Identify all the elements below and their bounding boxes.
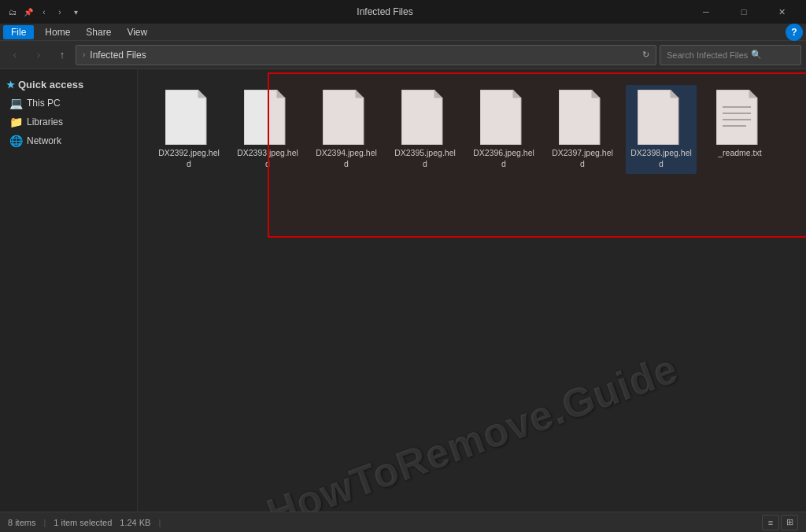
quick-access-header: ★ Quick access <box>0 74 137 94</box>
sidebar-label-network: Network <box>27 135 61 146</box>
file-item[interactable]: DX2397.jpeg.held <box>547 85 618 174</box>
view-toggle: ≡ ⊞ <box>762 515 798 530</box>
svg-marker-15 <box>749 90 757 98</box>
help-button[interactable]: ? <box>786 24 803 41</box>
tiles-view-button[interactable]: ⊞ <box>781 515 798 530</box>
file-name: DX2398.jpeg.held <box>629 148 693 169</box>
status-bar: 8 items | 1 item selected 1.24 KB | ≡ ⊞ <box>0 512 806 532</box>
svg-marker-8 <box>480 90 521 145</box>
file-item[interactable]: DX2394.jpeg.held <box>311 85 382 174</box>
file-name: DX2392.jpeg.held <box>157 148 221 169</box>
file-item[interactable]: DX2396.jpeg.held <box>468 85 539 174</box>
pc-icon: 💻 <box>9 97 22 109</box>
svg-marker-3 <box>277 90 285 98</box>
svg-marker-11 <box>592 90 600 98</box>
status-separator-2: | <box>158 518 161 527</box>
svg-marker-0 <box>165 90 206 145</box>
file-icon <box>559 90 606 145</box>
window-title: Infected Files <box>87 6 683 17</box>
file-icon <box>165 90 213 145</box>
svg-marker-4 <box>323 90 364 145</box>
svg-marker-1 <box>198 90 206 98</box>
app-icon: 🗂 <box>6 6 19 18</box>
title-bar-icons: 🗂 📌 ‹ › ▾ <box>6 6 82 18</box>
details-view-button[interactable]: ≡ <box>762 515 779 530</box>
file-icon <box>401 90 449 145</box>
item-count: 8 items <box>8 518 35 527</box>
file-item[interactable]: DX2395.jpeg.held <box>390 85 460 174</box>
file-size: 1.24 KB <box>120 518 150 527</box>
file-icon <box>716 90 763 145</box>
search-icon: 🔍 <box>751 50 762 60</box>
nav-bar: ‹ › ↑ › Infected Files ↻ Search Infected… <box>0 41 806 69</box>
libraries-icon: 📁 <box>9 116 22 128</box>
network-icon: 🌐 <box>9 135 22 147</box>
file-name: DX2395.jpeg.held <box>393 148 457 169</box>
back-button[interactable]: ‹ <box>5 45 25 65</box>
menu-view[interactable]: View <box>119 25 155 39</box>
file-item[interactable]: DX2398.jpeg.held <box>626 85 697 174</box>
file-item[interactable]: DX2393.jpeg.held <box>232 85 303 174</box>
file-item[interactable]: DX2392.jpeg.held <box>153 85 224 174</box>
file-icon <box>638 90 685 145</box>
menu-share[interactable]: Share <box>78 25 119 39</box>
status-separator-1: | <box>43 518 46 527</box>
search-bar[interactable]: Search Infected Files 🔍 <box>660 45 801 65</box>
file-name: DX2397.jpeg.held <box>550 148 615 169</box>
main-layout: ★ Quick access 💻 This PC 📁 Libraries 🌐 N… <box>0 69 806 512</box>
title-bar: 🗂 📌 ‹ › ▾ Infected Files ─ □ ✕ <box>0 0 806 24</box>
file-icon <box>480 90 527 145</box>
sidebar-label-libraries: Libraries <box>27 116 63 127</box>
file-name: DX2396.jpeg.held <box>471 148 536 169</box>
refresh-icon[interactable]: ↻ <box>642 50 649 60</box>
file-icon <box>244 90 291 145</box>
menu-bar: File Home Share View ? <box>0 24 806 41</box>
svg-marker-5 <box>356 90 364 98</box>
menu-file[interactable]: File <box>3 25 34 39</box>
sidebar-item-network[interactable]: 🌐 Network <box>0 131 137 150</box>
maximize-button[interactable]: □ <box>726 0 762 24</box>
svg-marker-9 <box>513 90 521 98</box>
svg-marker-6 <box>401 90 442 145</box>
file-item[interactable]: _readme.txt <box>704 85 775 174</box>
star-icon: ★ <box>6 79 15 91</box>
svg-marker-13 <box>671 90 678 98</box>
file-grid: DX2392.jpeg.held DX2393.jpeg.held DX2394… <box>146 77 798 182</box>
tb-back-icon: ‹ <box>38 6 50 18</box>
file-name: DX2394.jpeg.held <box>314 148 379 169</box>
watermark: HowToRemove.Guide <box>261 345 684 512</box>
close-button[interactable]: ✕ <box>763 0 800 24</box>
address-path: Infected Files <box>90 50 638 61</box>
tb-down-icon: ▾ <box>69 6 82 18</box>
address-chevron-icon: › <box>83 50 85 59</box>
file-icon <box>323 90 370 145</box>
quick-access-icon: 📌 <box>22 6 35 18</box>
svg-marker-7 <box>434 90 442 98</box>
sidebar-label-this-pc: This PC <box>27 98 61 109</box>
window-controls: ─ □ ✕ <box>688 0 800 24</box>
menu-home[interactable]: Home <box>37 25 78 39</box>
selected-count: 1 item selected <box>54 518 112 527</box>
svg-marker-14 <box>716 90 757 145</box>
file-name: _readme.txt <box>718 148 761 159</box>
up-button[interactable]: ↑ <box>52 45 72 65</box>
address-bar[interactable]: › Infected Files ↻ <box>76 45 656 65</box>
tb-forward-icon: › <box>54 6 66 18</box>
file-name: DX2393.jpeg.held <box>235 148 300 169</box>
minimize-button[interactable]: ─ <box>688 0 724 24</box>
content-area: HowToRemove.Guide DX2392.jpeg.held DX239… <box>138 69 806 512</box>
search-placeholder: Search Infected Files <box>667 50 748 60</box>
sidebar-item-libraries[interactable]: 📁 Libraries <box>0 113 137 131</box>
forward-button[interactable]: › <box>28 45 49 65</box>
sidebar: ★ Quick access 💻 This PC 📁 Libraries 🌐 N… <box>0 69 138 512</box>
sidebar-item-this-pc[interactable]: 💻 This PC <box>0 94 137 113</box>
svg-marker-2 <box>244 90 285 145</box>
svg-marker-12 <box>638 90 678 145</box>
svg-marker-10 <box>559 90 600 145</box>
quick-access-label: Quick access <box>18 79 83 91</box>
